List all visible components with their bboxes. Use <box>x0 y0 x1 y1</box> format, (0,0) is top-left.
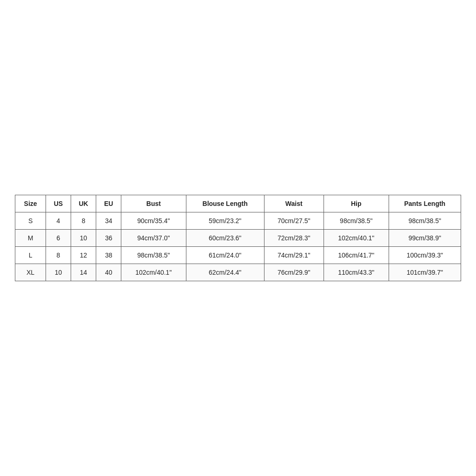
header-size: Size <box>15 195 46 212</box>
cell-eu: 40 <box>96 264 121 281</box>
size-chart-table: Size US UK EU Bust Blouse Length Waist H… <box>15 195 461 281</box>
cell-hip: 110cm/43.3" <box>324 264 389 281</box>
cell-bust: 102cm/40.1" <box>121 264 186 281</box>
cell-us: 6 <box>46 230 71 247</box>
cell-size: XL <box>15 264 46 281</box>
header-uk: UK <box>71 195 96 212</box>
size-chart-container: Size US UK EU Bust Blouse Length Waist H… <box>15 195 461 281</box>
cell-uk: 10 <box>71 230 96 247</box>
cell-waist: 76cm/29.9" <box>264 264 324 281</box>
cell-waist: 74cm/29.1" <box>264 247 324 264</box>
cell-uk: 12 <box>71 247 96 264</box>
cell-pants_length: 101cm/39.7" <box>389 264 461 281</box>
header-eu: EU <box>96 195 121 212</box>
cell-pants_length: 98cm/38.5" <box>389 212 461 230</box>
cell-uk: 8 <box>71 212 96 230</box>
cell-blouse_length: 60cm/23.6" <box>186 230 264 247</box>
header-blouse-length: Blouse Length <box>186 195 264 212</box>
cell-size: L <box>15 247 46 264</box>
cell-size: S <box>15 212 46 230</box>
cell-eu: 38 <box>96 247 121 264</box>
table-row: M6103694cm/37.0"60cm/23.6"72cm/28.3"102c… <box>15 230 461 247</box>
cell-waist: 72cm/28.3" <box>264 230 324 247</box>
header-pants-length: Pants Length <box>389 195 461 212</box>
cell-us: 4 <box>46 212 71 230</box>
cell-eu: 36 <box>96 230 121 247</box>
cell-blouse_length: 61cm/24.0" <box>186 247 264 264</box>
table-row: L8123898cm/38.5"61cm/24.0"74cm/29.1"106c… <box>15 247 461 264</box>
header-waist: Waist <box>264 195 324 212</box>
cell-pants_length: 100cm/39.3" <box>389 247 461 264</box>
cell-bust: 90cm/35.4" <box>121 212 186 230</box>
cell-uk: 14 <box>71 264 96 281</box>
table-row: S483490cm/35.4"59cm/23.2"70cm/27.5"98cm/… <box>15 212 461 230</box>
table-header-row: Size US UK EU Bust Blouse Length Waist H… <box>15 195 461 212</box>
cell-hip: 98cm/38.5" <box>324 212 389 230</box>
cell-bust: 94cm/37.0" <box>121 230 186 247</box>
cell-blouse_length: 59cm/23.2" <box>186 212 264 230</box>
table-row: XL101440102cm/40.1"62cm/24.4"76cm/29.9"1… <box>15 264 461 281</box>
cell-hip: 102cm/40.1" <box>324 230 389 247</box>
cell-us: 8 <box>46 247 71 264</box>
header-us: US <box>46 195 71 212</box>
header-hip: Hip <box>324 195 389 212</box>
cell-us: 10 <box>46 264 71 281</box>
header-bust: Bust <box>121 195 186 212</box>
cell-hip: 106cm/41.7" <box>324 247 389 264</box>
cell-eu: 34 <box>96 212 121 230</box>
cell-waist: 70cm/27.5" <box>264 212 324 230</box>
cell-size: M <box>15 230 46 247</box>
cell-pants_length: 99cm/38.9" <box>389 230 461 247</box>
cell-blouse_length: 62cm/24.4" <box>186 264 264 281</box>
cell-bust: 98cm/38.5" <box>121 247 186 264</box>
